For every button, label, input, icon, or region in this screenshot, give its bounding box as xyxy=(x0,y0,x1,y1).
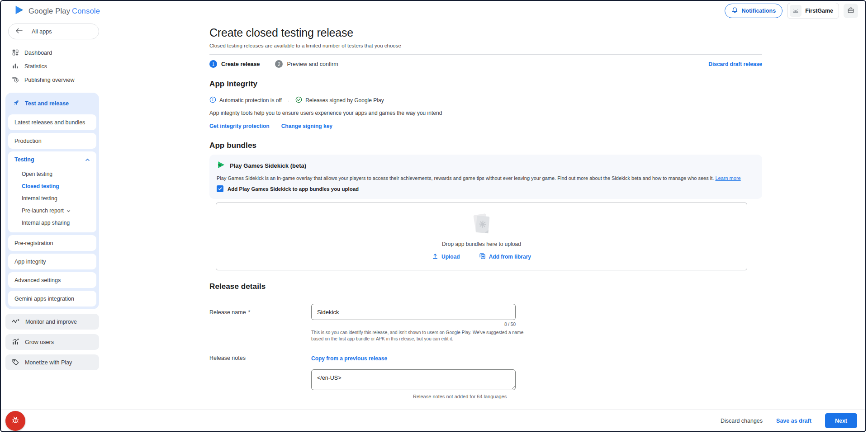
sidebar-item-label: Testing xyxy=(14,156,34,163)
account-chip[interactable]: FirstGame xyxy=(787,3,839,19)
sidekick-description-text: Play Games Sidekick is an in-game overla… xyxy=(217,175,714,181)
add-from-library-button[interactable]: Add from library xyxy=(479,253,531,261)
brand-google-play: Google Play xyxy=(28,7,70,15)
play-logo-icon xyxy=(14,5,24,17)
brand-text: Google PlayConsole xyxy=(28,7,100,15)
step-connector xyxy=(265,64,270,64)
topbar: Google PlayConsole Notifications xyxy=(1,1,865,21)
app-bundle-dropzone[interactable]: Drop app bundles here to upload Upload xyxy=(216,203,747,270)
sidebar-item-internal-testing[interactable]: Internal testing xyxy=(8,192,96,204)
signed-status: Releases signed by Google Play xyxy=(305,97,384,104)
sidekick-title: Play Games Sidekick (beta) xyxy=(230,162,306,169)
sidebar-item-label: Test and release xyxy=(25,100,69,107)
required-mark: * xyxy=(248,309,251,316)
developer-account-button[interactable] xyxy=(844,4,858,18)
chevron-up-icon xyxy=(85,156,90,163)
sidebar: All apps Dashboard xyxy=(1,21,101,411)
header-divider xyxy=(209,54,762,55)
copy-previous-release-link[interactable]: Copy from a previous release xyxy=(311,355,387,362)
learn-more-link[interactable]: Learn more xyxy=(715,175,740,181)
sidebar-group-testing: Testing Open testing Closed testing Inte… xyxy=(8,151,96,232)
stepper-row: 1 Create release 2 Preview and confirm D… xyxy=(209,60,762,68)
sidebar-item-internal-app-sharing[interactable]: Internal app sharing xyxy=(8,217,96,229)
release-name-label-text: Release name xyxy=(209,309,246,316)
dashboard-icon xyxy=(12,49,19,57)
feedback-bug-button[interactable] xyxy=(5,411,25,431)
brand[interactable]: Google PlayConsole xyxy=(14,5,100,17)
sidebar-item-label: Advanced settings xyxy=(14,277,61,283)
add-from-library-label: Add from library xyxy=(489,254,531,260)
sidekick-checkbox-row: Add Play Games Sidekick to app bundles y… xyxy=(217,185,755,192)
step-1-label: Create release xyxy=(221,61,260,67)
sidebar-item-gemini-apps-integration[interactable]: Gemini apps integration xyxy=(8,291,96,307)
info-icon xyxy=(209,96,216,104)
app-placeholder-icon xyxy=(790,5,802,17)
body: All apps Dashboard xyxy=(1,21,865,411)
upload-button[interactable]: Upload xyxy=(432,253,460,261)
statistics-icon xyxy=(12,62,19,71)
sidekick-checkbox[interactable] xyxy=(217,185,223,192)
release-details-heading: Release details xyxy=(209,282,762,291)
integrity-description: App integrity tools help you to ensure u… xyxy=(209,110,762,116)
release-notes-textarea[interactable]: </en-US> xyxy=(311,369,516,390)
rocket-icon xyxy=(12,99,20,108)
step-2-label: Preview and confirm xyxy=(287,61,338,67)
get-integrity-protection-link[interactable]: Get integrity protection xyxy=(209,123,270,129)
sidebar-item-monitor-and-improve[interactable]: Monitor and improve xyxy=(5,314,99,330)
sidebar-item-grow-users[interactable]: Grow users xyxy=(5,334,99,350)
release-notes-label-text: Release notes xyxy=(209,355,246,361)
discard-changes-button[interactable]: Discard changes xyxy=(721,418,763,424)
status-separator: · xyxy=(288,97,289,104)
step-1-circle: 1 xyxy=(209,60,217,68)
save-as-draft-button[interactable]: Save as draft xyxy=(776,418,811,424)
discard-draft-release-link[interactable]: Discard draft release xyxy=(708,61,762,67)
release-name-row: Release name* 8 / 50 This is so you can … xyxy=(209,299,762,342)
sidebar-item-latest-releases[interactable]: Latest releases and bundles xyxy=(8,114,96,130)
sidebar-item-app-integrity[interactable]: App integrity xyxy=(8,254,96,269)
sidebar-item-advanced-settings[interactable]: Advanced settings xyxy=(8,272,96,288)
sidebar-item-label: Pre-launch report xyxy=(22,208,64,214)
sidebar-item-pre-registration[interactable]: Pre-registration xyxy=(8,235,96,251)
stepper: 1 Create release 2 Preview and confirm xyxy=(209,60,338,68)
sidebar-item-dashboard[interactable]: Dashboard xyxy=(5,46,99,60)
sidebar-item-test-and-release[interactable]: Test and release xyxy=(8,95,96,112)
next-button[interactable]: Next xyxy=(825,413,857,428)
sidebar-item-label: Production xyxy=(14,138,42,144)
sidebar-item-production[interactable]: Production xyxy=(8,133,96,149)
notifications-button[interactable]: Notifications xyxy=(725,4,783,18)
release-name-input[interactable] xyxy=(311,304,516,320)
sidebar-item-label: Statistics xyxy=(24,63,47,70)
release-notes-row: Release notes Copy from a previous relea… xyxy=(209,354,762,399)
release-notes-hint-clipped: Release notes not added for 64 languages xyxy=(413,394,516,399)
sidebar-item-label: Monitor and improve xyxy=(25,319,77,325)
release-name-label: Release name* xyxy=(209,299,311,342)
release-notes-label: Release notes xyxy=(209,354,311,399)
sidebar-item-label: Monetize with Play xyxy=(25,359,72,366)
sidebar-item-label: Pre-registration xyxy=(14,240,53,246)
all-apps-button[interactable]: All apps xyxy=(8,24,99,39)
step-2-circle: 2 xyxy=(275,60,283,68)
sidebar-item-open-testing[interactable]: Open testing xyxy=(8,168,96,180)
page-subtitle: Closed testing releases are available to… xyxy=(209,43,762,48)
main-content: Create closed testing release Closed tes… xyxy=(101,21,865,411)
sidebar-item-label: Internal testing xyxy=(22,195,57,202)
sidebar-top-nav: Dashboard Statistics xyxy=(5,46,99,87)
footer-actions: Discard changes Save as draft Next xyxy=(721,413,857,428)
drop-text: Drop app bundles here to upload xyxy=(442,241,521,247)
app-bundles-heading: App bundles xyxy=(209,141,762,150)
app-integrity-heading: App integrity xyxy=(209,80,762,89)
sidebar-item-statistics[interactable]: Statistics xyxy=(5,60,99,73)
sidebar-item-label: Dashboard xyxy=(24,50,52,56)
sidebar-item-monetize-with-play[interactable]: Monetize with Play xyxy=(5,354,99,370)
upload-label: Upload xyxy=(441,254,460,260)
sidekick-header: Play Games Sidekick (beta) xyxy=(217,160,755,170)
sidebar-item-label: Grow users xyxy=(25,339,54,345)
sidebar-item-publishing-overview[interactable]: Publishing overview xyxy=(5,73,99,87)
sidebar-item-prelaunch-report[interactable]: Pre-launch report xyxy=(8,204,96,217)
change-signing-key-link[interactable]: Change signing key xyxy=(281,123,332,129)
upload-icon xyxy=(432,253,438,261)
sidebar-item-label: Closed testing xyxy=(22,183,59,189)
sidebar-item-testing[interactable]: Testing xyxy=(8,151,96,168)
sidebar-item-closed-testing[interactable]: Closed testing xyxy=(8,180,96,192)
brand-console: Console xyxy=(72,7,100,15)
